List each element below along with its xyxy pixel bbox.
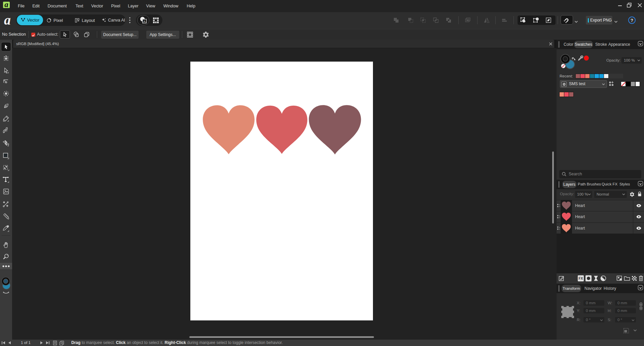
svg-text:A: A bbox=[144, 20, 146, 23]
